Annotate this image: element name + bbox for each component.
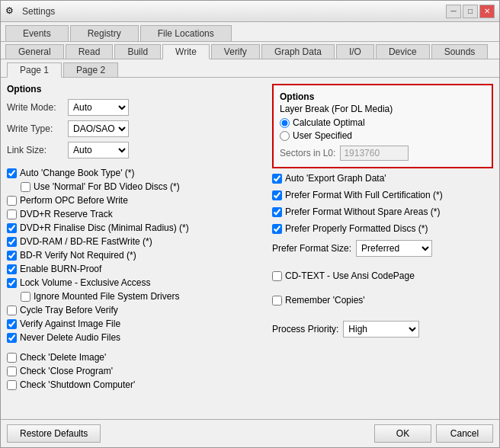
checkbox-prefer-full-cert[interactable]: Prefer Format With Full Certification (*… [272, 190, 493, 200]
checkbox-auto-export[interactable]: Auto 'Export Graph Data' [272, 173, 493, 184]
write-type-label: Write Type: [7, 123, 68, 134]
tab-file-locations[interactable]: File Locations [140, 25, 232, 41]
title-bar: ⚙ Settings ─ □ ✕ [1, 1, 499, 22]
checkbox-lock-volume[interactable]: Lock Volume - Exclusive Access [7, 277, 266, 288]
window-title: Settings [22, 6, 55, 17]
maximize-button[interactable]: □ [463, 5, 478, 18]
link-size-select[interactable]: Auto 16 32 [68, 142, 129, 158]
write-type-select[interactable]: DAO/SAO SAO DAO [68, 120, 129, 137]
tab-sounds[interactable]: Sounds [431, 44, 489, 59]
checkbox-remember-copies[interactable]: Remember 'Copies' [272, 295, 493, 306]
tab-write[interactable]: Write [162, 44, 210, 59]
radio-calculate-optimal[interactable]: Calculate Optimal [280, 117, 486, 128]
tab-io[interactable]: I/O [336, 44, 374, 59]
settings-window: ⚙ Settings ─ □ ✕ Events Registry File Lo… [0, 0, 500, 448]
close-button[interactable]: ✕ [479, 5, 495, 18]
checkbox-delete-image[interactable]: Check 'Delete Image' [7, 352, 266, 363]
checkbox-ignore-mounted[interactable]: Ignore Mounted File System Drivers [7, 291, 266, 302]
checkbox-verify-image[interactable]: Verify Against Image File [7, 318, 266, 329]
radio-user-specified[interactable]: User Specified [280, 130, 486, 141]
prefer-size-label: Prefer Format Size: [272, 243, 351, 254]
checkbox-bd-r-verify[interactable]: BD-R Verify Not Required (*) [7, 250, 266, 261]
write-mode-select[interactable]: Auto SAO DAO TAO [68, 99, 129, 116]
left-panel: Options Write Mode: Auto SAO DAO TAO Wri… [7, 84, 266, 413]
ok-button[interactable]: OK [374, 424, 431, 443]
minimize-button[interactable]: ─ [446, 5, 461, 18]
write-type-row: Write Type: DAO/SAO SAO DAO [7, 120, 266, 137]
bottom-bar: Restore Defaults OK Cancel [1, 419, 499, 447]
checkbox-burn-proof[interactable]: Enable BURN-Proof [7, 264, 266, 274]
checkbox-cycle-tray[interactable]: Cycle Tray Before Verify [7, 305, 266, 315]
tab-general[interactable]: General [5, 44, 64, 59]
title-bar-buttons: ─ □ ✕ [446, 5, 495, 18]
checkbox-auto-change-book[interactable]: Auto 'Change Book Type' (*) [7, 168, 266, 178]
checkbox-prefer-no-spare[interactable]: Prefer Format Without Spare Areas (*) [272, 206, 493, 217]
checkbox-dvd-reserve[interactable]: DVD+R Reserve Track [7, 209, 266, 219]
options-box-subtitle: Layer Break (For DL Media) [280, 104, 486, 114]
checkbox-prefer-properly-formatted[interactable]: Prefer Properly Formatted Discs (*) [272, 223, 493, 234]
write-mode-row: Write Mode: Auto SAO DAO TAO [7, 99, 266, 116]
page-tab-1[interactable]: Page 1 [7, 62, 62, 78]
process-priority-select[interactable]: High Normal Low Idle [343, 321, 419, 338]
checkbox-close-program[interactable]: Check 'Close Program' [7, 366, 266, 376]
options-label: Options [7, 84, 266, 94]
write-mode-label: Write Mode: [7, 102, 68, 113]
top-tabs-bar: Events Registry File Locations [1, 22, 499, 42]
tab-events[interactable]: Events [5, 25, 69, 41]
checkbox-never-delete-audio[interactable]: Never Delete Audio Files [7, 332, 266, 343]
radio-group: Calculate Optimal User Specified [280, 117, 486, 141]
tab-verify[interactable]: Verify [211, 44, 260, 59]
title-bar-left: ⚙ Settings [5, 5, 55, 18]
tab-read[interactable]: Read [66, 44, 114, 59]
checkbox-perform-opc[interactable]: Perform OPC Before Write [7, 195, 266, 206]
prefer-size-select[interactable]: Preferred Smaller Larger [356, 240, 432, 257]
tab-build[interactable]: Build [114, 44, 161, 59]
sectors-row: Sectors in L0: [280, 146, 486, 161]
settings-icon: ⚙ [5, 5, 18, 18]
main-content: Options Write Mode: Auto SAO DAO TAO Wri… [1, 78, 499, 419]
sub-tabs-bar: General Read Build Write Verify Graph Da… [1, 42, 499, 59]
right-panel: Options Layer Break (For DL Media) Calcu… [272, 84, 493, 413]
options-box: Options Layer Break (For DL Media) Calcu… [272, 84, 493, 168]
prefer-size-row: Prefer Format Size: Preferred Smaller La… [272, 240, 493, 257]
tab-device[interactable]: Device [376, 44, 430, 59]
process-priority-label: Process Priority: [272, 324, 338, 334]
tab-registry[interactable]: Registry [70, 25, 139, 41]
link-size-label: Link Size: [7, 145, 68, 155]
checkbox-cdtext[interactable]: CD-TEXT - Use Ansi CodePage [272, 270, 493, 281]
checkbox-use-normal-bd[interactable]: Use 'Normal' For BD Video Discs (*) [7, 181, 266, 192]
right-buttons: OK Cancel [374, 424, 493, 443]
options-box-title: Options [280, 91, 486, 102]
tab-graph-data[interactable]: Graph Data [261, 44, 335, 59]
sectors-label: Sectors in L0: [280, 148, 335, 158]
checkbox-dvd-ram-fastwrite[interactable]: DVD-RAM / BD-RE FastWrite (*) [7, 236, 266, 247]
process-priority-row: Process Priority: High Normal Low Idle [272, 321, 493, 338]
checkbox-shutdown-computer[interactable]: Check 'Shutdown Computer' [7, 379, 266, 390]
link-size-row: Link Size: Auto 16 32 [7, 142, 266, 158]
cancel-button[interactable]: Cancel [436, 424, 493, 443]
restore-defaults-button[interactable]: Restore Defaults [7, 424, 101, 443]
sectors-input[interactable] [340, 146, 409, 161]
page-tab-2[interactable]: Page 2 [63, 62, 118, 77]
checkbox-dvd-finalise[interactable]: DVD+R Finalise Disc (Minimal Radius) (*) [7, 222, 266, 233]
